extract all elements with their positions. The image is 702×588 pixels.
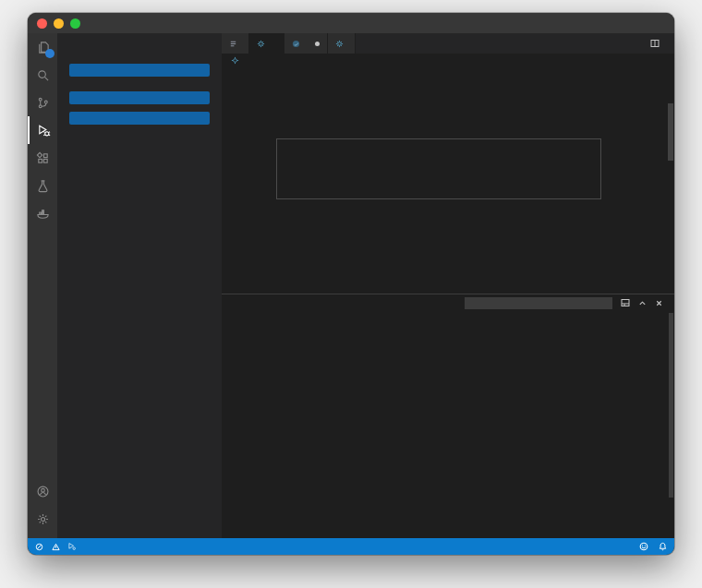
- console-filter-input[interactable]: [465, 297, 612, 309]
- editor-group: [222, 33, 674, 538]
- gutter: [222, 66, 246, 294]
- editor-actions: [643, 33, 674, 54]
- settings-gear-icon[interactable]: [28, 505, 57, 533]
- split-editor-icon[interactable]: [650, 39, 660, 48]
- notifications-bell-icon[interactable]: [659, 542, 667, 551]
- extensions-icon[interactable]: [28, 144, 57, 172]
- tab-myscript-jsx[interactable]: [249, 33, 284, 54]
- debug-url-button[interactable]: [69, 112, 210, 125]
- run-and-debug-button[interactable]: [69, 64, 210, 77]
- panel-tab-bar: [222, 294, 674, 311]
- close-window-icon[interactable]: [37, 18, 47, 29]
- tab-myscript1-jsx[interactable]: [328, 33, 356, 54]
- account-icon[interactable]: [28, 477, 57, 505]
- status-bar: [28, 538, 674, 555]
- debug-console[interactable]: [222, 311, 674, 529]
- title-bar[interactable]: [28, 13, 674, 33]
- dirty-indicator-icon[interactable]: [315, 42, 320, 46]
- minimize-window-icon[interactable]: [54, 18, 64, 29]
- desktop-background: [0, 0, 702, 588]
- editor-scrollbar[interactable]: [667, 66, 674, 294]
- console-scrollbar-thumb[interactable]: [669, 313, 673, 498]
- tab-untitled-1[interactable]: [284, 33, 328, 54]
- console-output: [222, 311, 668, 529]
- bottom-panel: [222, 294, 674, 538]
- tab-scriptinglistener-log[interactable]: [222, 33, 249, 54]
- breadcrumb[interactable]: [222, 54, 674, 66]
- sidebar-header: [57, 33, 222, 53]
- search-icon[interactable]: [28, 61, 57, 89]
- maximize-panel-icon[interactable]: [638, 299, 647, 307]
- errors-icon: [35, 543, 43, 551]
- code-lines[interactable]: [246, 66, 626, 294]
- close-panel-icon[interactable]: [655, 299, 663, 307]
- testing-beaker-icon[interactable]: [28, 172, 57, 199]
- warnings-icon: [52, 543, 60, 551]
- minimap[interactable]: [626, 66, 667, 294]
- console-input-prompt[interactable]: [222, 529, 674, 538]
- code-editor[interactable]: [222, 66, 674, 294]
- jsx-file-icon: [231, 56, 239, 65]
- activity-bar: [28, 33, 57, 538]
- editor-scrollbar-thumb[interactable]: [668, 103, 673, 161]
- block-highlight: [276, 138, 601, 199]
- run-and-debug-sidebar: [57, 33, 222, 538]
- explorer-badge: [45, 49, 54, 58]
- javascript-debug-terminal-button[interactable]: [69, 91, 210, 104]
- problems-status[interactable]: [35, 543, 63, 551]
- console-scrollbar[interactable]: [668, 311, 674, 529]
- editor-tab-bar: [222, 33, 674, 54]
- run-and-debug-icon[interactable]: [28, 116, 57, 144]
- explorer-icon[interactable]: [28, 33, 57, 61]
- traffic-lights: [28, 18, 80, 29]
- zoom-window-icon[interactable]: [70, 18, 80, 29]
- debug-status-icon[interactable]: [67, 542, 77, 551]
- source-control-icon[interactable]: [28, 89, 57, 116]
- feedback-smiley-icon[interactable]: [639, 542, 648, 551]
- panel-layout-icon[interactable]: [621, 298, 630, 307]
- sidebar-content: [57, 53, 222, 138]
- vscode-window: [28, 13, 674, 555]
- docker-whale-icon[interactable]: [28, 199, 57, 227]
- panel-actions: [465, 297, 663, 309]
